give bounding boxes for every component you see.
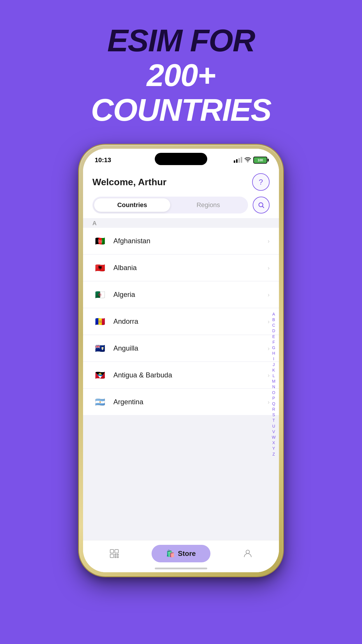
country-name-andorra: Andorra bbox=[113, 317, 268, 326]
status-icons: 100 bbox=[234, 157, 267, 164]
store-label: Store bbox=[178, 550, 196, 558]
store-icon: 🛍️ bbox=[166, 550, 175, 558]
country-list: 🇦🇫 Afghanistan › 🇦🇱 Albania › 🇩🇿 Algeria… bbox=[83, 228, 279, 540]
country-item-albania[interactable]: 🇦🇱 Albania › bbox=[83, 255, 279, 281]
country-item-argentina[interactable]: 🇦🇷 Argentina › bbox=[83, 389, 279, 415]
headline-line3: COUNTRIES bbox=[91, 93, 271, 127]
headline-line1: ESIM FOR bbox=[91, 23, 271, 58]
app-header: Welcome, Arthur ? bbox=[83, 166, 279, 191]
status-time: 10:13 bbox=[95, 156, 111, 164]
flag-albania: 🇦🇱 bbox=[92, 262, 108, 273]
country-name-anguilla: Anguilla bbox=[113, 344, 268, 352]
phone-screen: 10:13 100 bbox=[83, 149, 279, 572]
phone-shell: 10:13 100 bbox=[79, 145, 283, 576]
alpha-letter-o[interactable]: O bbox=[271, 390, 277, 395]
alpha-letter-x[interactable]: X bbox=[271, 440, 277, 445]
alphabet-index: ABCDEFGHIJKLMNOPQRSTUVWXYZ bbox=[271, 312, 277, 457]
chevron-algeria: › bbox=[268, 291, 270, 298]
country-item-andorra[interactable]: 🇦🇩 Andorra › bbox=[83, 308, 279, 335]
country-name-algeria: Algeria bbox=[113, 290, 268, 299]
chevron-andorra: › bbox=[268, 318, 270, 325]
svg-rect-9 bbox=[117, 556, 118, 558]
country-name-argentina: Argentina bbox=[113, 398, 268, 406]
country-name-albania: Albania bbox=[113, 264, 268, 272]
alpha-letter-w[interactable]: W bbox=[271, 435, 277, 440]
svg-rect-4 bbox=[115, 550, 118, 553]
chevron-argentina: › bbox=[268, 399, 270, 405]
tab-bar: Countries Regions bbox=[83, 191, 279, 218]
home-indicator bbox=[155, 568, 207, 569]
headline: ESIM FOR 200+ COUNTRIES bbox=[91, 23, 271, 127]
signal-icon bbox=[234, 158, 242, 163]
tab-segment: Countries Regions bbox=[92, 197, 248, 214]
alpha-letter-u[interactable]: U bbox=[271, 424, 277, 429]
search-button[interactable] bbox=[253, 197, 270, 214]
alpha-letter-k[interactable]: K bbox=[271, 368, 277, 373]
battery-icon: 100 bbox=[253, 157, 267, 164]
alpha-letter-c[interactable]: C bbox=[271, 323, 277, 328]
country-item-antigua[interactable]: 🇦🇬 Antigua & Barbuda › bbox=[83, 362, 279, 388]
svg-rect-7 bbox=[117, 554, 118, 555]
app-content: Welcome, Arthur ? Countries Regions bbox=[83, 166, 279, 572]
headline-line2: 200+ bbox=[91, 58, 271, 93]
dynamic-island bbox=[155, 153, 207, 165]
alpha-letter-t[interactable]: T bbox=[271, 418, 277, 423]
svg-point-0 bbox=[247, 161, 248, 162]
wifi-icon bbox=[245, 157, 251, 164]
tab-regions[interactable]: Regions bbox=[170, 198, 246, 212]
profile-nav-button[interactable] bbox=[240, 546, 255, 561]
chevron-afghanistan: › bbox=[268, 238, 270, 244]
alpha-letter-s[interactable]: S bbox=[271, 412, 277, 417]
alpha-letter-b[interactable]: B bbox=[271, 317, 277, 322]
alpha-letter-l[interactable]: L bbox=[271, 373, 277, 378]
svg-rect-3 bbox=[110, 550, 114, 553]
alpha-letter-j[interactable]: J bbox=[271, 362, 277, 367]
alpha-letter-i[interactable]: I bbox=[271, 356, 277, 361]
country-item-anguilla[interactable]: 🇦🇮 Anguilla › bbox=[83, 335, 279, 361]
svg-rect-6 bbox=[115, 554, 116, 555]
flag-argentina: 🇦🇷 bbox=[92, 397, 108, 407]
alpha-letter-r[interactable]: R bbox=[271, 407, 277, 412]
country-name-antigua: Antigua & Barbuda bbox=[113, 371, 268, 379]
svg-rect-5 bbox=[110, 554, 114, 558]
welcome-text: Welcome, Arthur bbox=[92, 177, 166, 188]
section-letter: A bbox=[92, 220, 96, 226]
country-item-algeria[interactable]: 🇩🇿 Algeria › bbox=[83, 281, 279, 308]
alpha-letter-p[interactable]: P bbox=[271, 396, 277, 401]
alpha-letter-v[interactable]: V bbox=[271, 429, 277, 434]
alpha-letter-h[interactable]: H bbox=[271, 351, 277, 356]
alpha-letter-f[interactable]: F bbox=[271, 340, 277, 345]
alpha-letter-m[interactable]: M bbox=[271, 379, 277, 384]
chevron-albania: › bbox=[268, 265, 270, 271]
store-button[interactable]: 🛍️ Store bbox=[152, 545, 210, 562]
flag-andorra: 🇦🇩 bbox=[92, 316, 108, 327]
flag-afghanistan: 🇦🇫 bbox=[92, 236, 108, 246]
help-button[interactable]: ? bbox=[252, 173, 270, 191]
flag-anguilla: 🇦🇮 bbox=[92, 343, 108, 354]
flag-antigua: 🇦🇬 bbox=[92, 370, 108, 380]
chevron-antigua: › bbox=[268, 372, 270, 379]
qr-nav-button[interactable] bbox=[107, 546, 122, 561]
flag-algeria: 🇩🇿 bbox=[92, 289, 108, 300]
alpha-letter-a[interactable]: A bbox=[271, 312, 277, 317]
svg-rect-8 bbox=[115, 556, 116, 558]
alpha-letter-y[interactable]: Y bbox=[271, 446, 277, 451]
svg-point-10 bbox=[246, 550, 249, 554]
chevron-anguilla: › bbox=[268, 345, 270, 352]
country-item-afghanistan[interactable]: 🇦🇫 Afghanistan › bbox=[83, 228, 279, 254]
country-name-afghanistan: Afghanistan bbox=[113, 237, 268, 245]
svg-line-2 bbox=[263, 206, 264, 208]
alpha-letter-n[interactable]: N bbox=[271, 384, 277, 389]
tab-countries[interactable]: Countries bbox=[94, 198, 170, 212]
phone-mockup: 10:13 100 bbox=[79, 145, 283, 576]
section-header-a: A bbox=[83, 218, 279, 228]
alpha-letter-g[interactable]: G bbox=[271, 345, 277, 350]
alpha-letter-d[interactable]: D bbox=[271, 328, 277, 334]
alpha-letter-q[interactable]: Q bbox=[271, 401, 277, 406]
alpha-letter-e[interactable]: E bbox=[271, 334, 277, 339]
alpha-letter-z[interactable]: Z bbox=[271, 452, 277, 457]
